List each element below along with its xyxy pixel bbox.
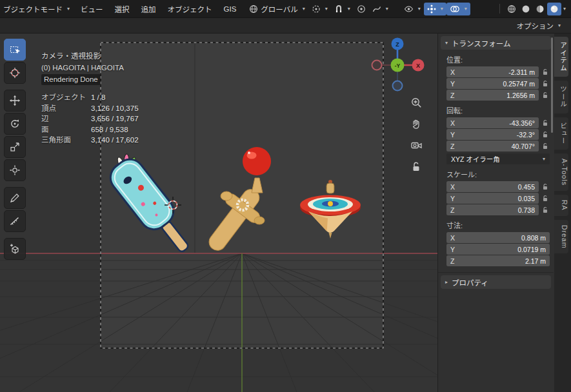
gizmos-toggle[interactable]: ▾	[424, 3, 446, 15]
tab-label: ツール	[554, 86, 568, 108]
location-x-field[interactable]: X-2.311 m	[446, 66, 539, 77]
shading-material-button[interactable]	[533, 3, 547, 15]
location-z-field[interactable]: Z1.2656 m	[446, 90, 539, 101]
field-value: 0.035	[518, 195, 535, 202]
gizmo-neg-y-ball[interactable]: -Y	[391, 59, 405, 72]
gizmo-neg-z-ball[interactable]	[393, 81, 403, 91]
shading-rendered-button[interactable]	[547, 3, 561, 15]
location-label: 位置:	[446, 54, 554, 64]
menu-view[interactable]: ビュー	[75, 0, 109, 17]
menu-gis[interactable]: GIS	[218, 0, 243, 17]
orientation-dropdown[interactable]: グローバル ▾	[246, 3, 308, 15]
chevron-down-icon: ▾	[465, 6, 467, 12]
tool-annotate[interactable]	[4, 187, 26, 209]
field-value: 0.738	[518, 206, 535, 214]
chevron-down-icon[interactable]: ▾	[563, 6, 566, 12]
scale-x-field[interactable]: X0.455	[446, 181, 539, 192]
pan-hand-button[interactable]	[409, 117, 423, 131]
proportional-toggle[interactable]	[354, 3, 369, 15]
visibility-dropdown[interactable]: ▾	[401, 3, 424, 15]
location-y-field[interactable]: Y0.25747 m	[446, 78, 539, 89]
shading-wireframe-button[interactable]	[505, 3, 519, 15]
camera-lock-button[interactable]	[409, 159, 423, 173]
rotation-z-row: Z40.707°	[446, 141, 550, 152]
chevron-down-icon: ▾	[386, 6, 388, 12]
lock-icon[interactable]	[540, 183, 550, 191]
tool-select-box[interactable]	[4, 39, 26, 61]
tool-move[interactable]	[4, 90, 26, 112]
shading-solid-button[interactable]	[519, 3, 533, 15]
menu-object[interactable]: オブジェクト	[162, 0, 218, 17]
panel-divider	[438, 272, 554, 273]
field-value: -43.356°	[509, 119, 535, 127]
lock-icon[interactable]	[540, 119, 550, 127]
menu-select[interactable]: 選択	[109, 0, 135, 17]
zoom-button[interactable]	[409, 95, 423, 110]
lock-icon[interactable]	[540, 206, 550, 214]
axis-label: Y	[450, 246, 459, 253]
menu-add[interactable]: 追加	[135, 0, 162, 17]
gizmo-neg-x-ball[interactable]	[372, 61, 382, 70]
sidebar-panel: ▾ トランスフォーム 位置: X-2.311 m Y0.25747 m Z1.2…	[437, 34, 554, 392]
field-value: 0.0719 m	[517, 246, 546, 253]
panel-scrollbar[interactable]	[551, 37, 553, 133]
lock-icon[interactable]	[540, 80, 550, 88]
pivot-dropdown[interactable]: ▾	[308, 3, 331, 15]
tool-transform[interactable]	[4, 159, 26, 181]
scale-y-field[interactable]: Y0.035	[446, 193, 539, 204]
snap-dropdown[interactable]: ▾	[331, 3, 354, 15]
overlays-toggle[interactable]: ▾	[446, 3, 470, 15]
axis-label: Z	[450, 257, 459, 265]
properties-panel-header[interactable]: ▸ プロパティ	[441, 275, 551, 289]
tab-label: アイテム	[554, 42, 568, 72]
gizmo-z-ball[interactable]: Z	[392, 38, 404, 50]
transform-panel-header[interactable]: ▾ トランスフォーム	[441, 36, 551, 50]
dimensions-x-row: X0.808 m	[446, 232, 550, 243]
navigation-gizmo[interactable]: Z X -Y	[370, 36, 425, 93]
mode-dropdown[interactable]: ブジェクトモード ▾	[0, 4, 75, 14]
axis-label: X	[450, 183, 459, 191]
rotation-z-field[interactable]: Z40.707°	[446, 141, 539, 152]
rotation-y-row: Y-32.3°	[446, 129, 550, 140]
tool-add-cube[interactable]	[4, 238, 26, 260]
camera-view-button[interactable]	[409, 138, 423, 152]
proportional-falloff-dropdown[interactable]: ▾	[369, 3, 392, 15]
menu-view-label: ビュー	[81, 4, 103, 14]
lock-icon[interactable]	[540, 92, 550, 99]
tab-tool[interactable]: ツール	[554, 81, 568, 113]
lock-icon[interactable]	[540, 195, 550, 202]
lock-icon[interactable]	[540, 142, 550, 150]
axis-label: X	[450, 234, 459, 242]
dimensions-x-field[interactable]: X0.808 m	[446, 232, 550, 243]
lock-icon[interactable]	[540, 68, 550, 76]
tab-a-tools[interactable]: A-Tools	[554, 153, 568, 191]
tool-cursor[interactable]	[4, 62, 26, 84]
location-z-row: Z1.2656 m	[446, 90, 550, 101]
axis-label: Y	[450, 80, 459, 88]
dimensions-y-field[interactable]: Y0.0719 m	[446, 244, 550, 255]
eye-icon	[404, 5, 414, 14]
rotation-mode-dropdown[interactable]: XYZ オイラー角 ▾	[446, 153, 550, 164]
tool-measure[interactable]	[4, 210, 26, 232]
tab-dream[interactable]: Dream	[554, 220, 568, 254]
dimensions-z-field[interactable]: Z2.17 m	[446, 255, 550, 266]
tool-bar	[4, 39, 26, 260]
rotation-y-field[interactable]: Y-32.3°	[446, 129, 539, 140]
overlays-icon	[450, 5, 460, 14]
tab-label: ビュー	[554, 122, 568, 145]
options-dropdown[interactable]: オプション ▾	[516, 21, 571, 31]
location-x-row: X-2.311 m	[446, 66, 550, 77]
gizmo-x-ball[interactable]: X	[412, 59, 425, 72]
tab-ra[interactable]: RA	[554, 195, 568, 216]
tab-view[interactable]: ビュー	[554, 117, 568, 150]
tool-scale[interactable]	[4, 136, 26, 158]
rotation-x-field[interactable]: X-43.356°	[446, 117, 539, 128]
tool-rotate[interactable]	[4, 113, 26, 135]
proportional-icon	[357, 5, 366, 14]
lock-icon[interactable]	[540, 131, 550, 139]
scale-z-field[interactable]: Z0.738	[446, 204, 539, 215]
tab-item[interactable]: アイテム	[554, 37, 568, 77]
scale-x-row: X0.455	[446, 181, 550, 192]
scale-label: スケール:	[446, 169, 554, 179]
tab-label: RA	[554, 200, 568, 211]
